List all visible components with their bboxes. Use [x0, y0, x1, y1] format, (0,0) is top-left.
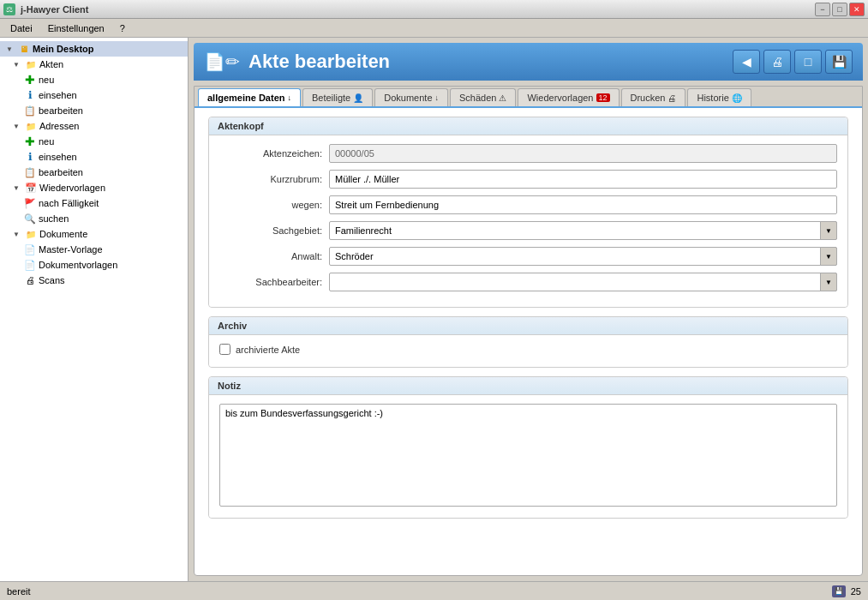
wiedervorlagen-badge: 12 — [596, 93, 610, 102]
sidebar-item-adressen[interactable]: ▼ 📁 Adressen — [0, 118, 188, 134]
tab-allgemeine-icon: ↓ — [287, 93, 291, 102]
archiv-checkbox-row: archivierte Akte — [219, 344, 837, 355]
preview-button[interactable]: □ — [794, 50, 822, 74]
tab-drucken-icon: 🖨 — [667, 93, 676, 103]
sachbearbeiter-select-wrap: Meier Fischer Bauer ▼ — [329, 273, 837, 291]
akte-title-area: 📄✏ Akte bearbeiten — [204, 51, 390, 73]
tab-schaeden-icon: ⚠ — [499, 93, 506, 103]
menu-einstellungen[interactable]: Einstellungen — [41, 21, 111, 35]
main-panel: allgemeine Daten ↓ Beteiligte 👤 Dokument… — [194, 86, 863, 576]
tab-drucken-label: Drucken — [631, 93, 666, 103]
tab-historie[interactable]: Historie 🌐 — [687, 88, 751, 106]
sidebar-item-adressen-neu[interactable]: ✚ neu — [0, 134, 188, 149]
akte-doc-icon: 📄✏ — [204, 51, 240, 72]
akten-neu-icon: ✚ — [24, 74, 36, 86]
tab-schaeden[interactable]: Schäden ⚠ — [450, 88, 516, 106]
akten-einsehen-icon: ℹ — [24, 89, 36, 101]
aktenkopf-section: Aktenkopf Aktenzeichen: Kurzrubrum: wege… — [208, 117, 848, 308]
desktop-folder-icon: 🖥 — [18, 43, 30, 55]
tab-allgemeine-label: allgemeine Daten — [207, 93, 284, 103]
scans-icon: 🖨 — [24, 274, 36, 286]
sidebar-item-wiedervorlagen[interactable]: ▼ 📅 Wiedervorlagen — [0, 180, 188, 195]
back-button[interactable]: ◀ — [733, 50, 760, 74]
wegen-input[interactable] — [329, 195, 837, 214]
adressen-einsehen-icon: ℹ — [24, 151, 36, 163]
kurzrubrum-label: Kurzrubrum: — [219, 174, 322, 184]
archiv-checkbox-label: archivierte Akte — [236, 345, 300, 355]
tab-drucken[interactable]: Drucken 🖨 — [621, 88, 686, 106]
sachgebiet-select[interactable]: Familienrecht Erbrecht Strafrecht Zivilr… — [329, 221, 837, 240]
kurzrubrum-input[interactable] — [329, 170, 837, 189]
sidebar: ▼ 🖥 Mein Desktop ▼ 📁 Akten ✚ neu ℹ einse… — [0, 38, 189, 581]
tab-schaeden-label: Schäden — [459, 93, 496, 103]
akte-title-text: Akte bearbeiten — [248, 51, 390, 73]
sidebar-item-akten[interactable]: ▼ 📁 Akten — [0, 57, 188, 72]
content-area: 📄✏ Akte bearbeiten ◀ 🖨 □ 💾 allgemeine Da… — [189, 38, 868, 581]
notiz-section: Notiz bis zum Bundesverfassungsgericht :… — [208, 376, 848, 519]
sidebar-akten-neu-label: neu — [39, 75, 54, 85]
notiz-header: Notiz — [209, 377, 847, 395]
wegen-label: wegen: — [219, 200, 322, 210]
menu-help[interactable]: ? — [113, 21, 132, 35]
maximize-button[interactable]: □ — [832, 3, 847, 16]
sidebar-item-adressen-einsehen[interactable]: ℹ einsehen — [0, 149, 188, 165]
anwalt-label: Anwalt: — [219, 251, 322, 261]
sidebar-item-akten-neu[interactable]: ✚ neu — [0, 72, 188, 87]
aktenkopf-header: Aktenkopf — [209, 117, 847, 135]
kurzrubrum-row: Kurzrubrum: — [219, 170, 837, 189]
print-button[interactable]: 🖨 — [763, 50, 791, 74]
aktenzeichen-input[interactable] — [329, 144, 837, 163]
sidebar-item-wiedervorlagen-faelligkeit[interactable]: 🚩 nach Fälligkeit — [0, 195, 188, 211]
tab-allgemeine-daten[interactable]: allgemeine Daten ↓ — [198, 88, 301, 106]
sidebar-item-dokumentvorlagen[interactable]: 📄 Dokumentvorlagen — [0, 257, 188, 273]
minimize-button[interactable]: − — [815, 3, 830, 16]
sachbearbeiter-label: Sachbearbeiter: — [219, 277, 322, 287]
status-save-icon: 💾 — [832, 585, 846, 597]
save-button[interactable]: 💾 — [825, 50, 853, 74]
sidebar-item-wiedervorlagen-suchen[interactable]: 🔍 suchen — [0, 211, 188, 226]
adressen-bearbeiten-icon: 📋 — [24, 166, 36, 178]
adressen-neu-icon: ✚ — [24, 135, 36, 147]
tab-dokumente[interactable]: Dokumente ↓ — [374, 88, 448, 106]
menu-datei[interactable]: Datei — [3, 21, 39, 35]
sidebar-header[interactable]: ▼ 🖥 Mein Desktop — [0, 41, 188, 57]
sidebar-item-akten-bearbeiten[interactable]: 📋 bearbeiten — [0, 103, 188, 118]
sachbearbeiter-select[interactable]: Meier Fischer Bauer — [329, 273, 837, 291]
sachgebiet-label: Sachgebiet: — [219, 225, 322, 236]
menu-bar: Datei Einstellungen ? — [0, 19, 868, 38]
wiedervorlagen-folder-icon: 📅 — [25, 182, 37, 194]
anwalt-row: Anwalt: Schröder Müller Meier ▼ — [219, 247, 837, 266]
sidebar-item-akten-einsehen[interactable]: ℹ einsehen — [0, 87, 188, 103]
tab-wiedervorlagen[interactable]: Wiedervorlagen 12 — [518, 88, 619, 106]
aktenzeichen-row: Aktenzeichen: — [219, 144, 837, 163]
sidebar-akten-bearbeiten-label: bearbeiten — [39, 105, 83, 116]
main-layout: ▼ 🖥 Mein Desktop ▼ 📁 Akten ✚ neu ℹ einse… — [0, 38, 868, 581]
master-vorlage-icon: 📄 — [24, 243, 36, 255]
title-bar: ⚖ j-Hawyer Client − □ ✕ — [0, 0, 868, 19]
sidebar-wiedervorlagen-label: Wiedervorlagen — [39, 183, 105, 193]
notiz-textarea[interactable]: bis zum Bundesverfassungsgericht :-) — [219, 404, 837, 507]
anwalt-select[interactable]: Schröder Müller Meier — [329, 247, 837, 266]
aktenkopf-body: Aktenzeichen: Kurzrubrum: wegen: — [209, 135, 847, 307]
sachgebiet-select-wrap: Familienrecht Erbrecht Strafrecht Zivilr… — [329, 221, 837, 240]
close-button[interactable]: ✕ — [849, 3, 865, 16]
sidebar-item-adressen-bearbeiten[interactable]: 📋 bearbeiten — [0, 165, 188, 180]
app-icon: ⚖ — [3, 3, 15, 15]
akten-folder-icon: 📁 — [25, 58, 37, 70]
sidebar-item-master-vorlage[interactable]: 📄 Master-Vorlage — [0, 242, 188, 257]
archiv-checkbox[interactable] — [219, 344, 230, 355]
notiz-body: bis zum Bundesverfassungsgericht :-) — [209, 395, 847, 518]
sidebar-item-dokumente[interactable]: ▼ 📁 Dokumente — [0, 226, 188, 242]
sidebar-adressen-neu-label: neu — [39, 136, 54, 147]
tab-beteiligte[interactable]: Beteiligte 👤 — [302, 88, 373, 106]
sachbearbeiter-row: Sachbearbeiter: Meier Fischer Bauer ▼ — [219, 273, 837, 291]
status-bar: bereit 💾 25 — [0, 581, 868, 600]
status-count: 25 — [851, 586, 861, 597]
adressen-arrow-icon: ▼ — [10, 120, 22, 132]
faelligkeit-icon: 🚩 — [24, 197, 36, 209]
tab-beteiligte-label: Beteiligte — [312, 93, 350, 103]
archiv-body: archivierte Akte — [209, 335, 847, 367]
sidebar-akten-label: Akten — [39, 59, 63, 69]
dokumentvorlagen-icon: 📄 — [24, 259, 36, 271]
sidebar-item-scans[interactable]: 🖨 Scans — [0, 273, 188, 288]
